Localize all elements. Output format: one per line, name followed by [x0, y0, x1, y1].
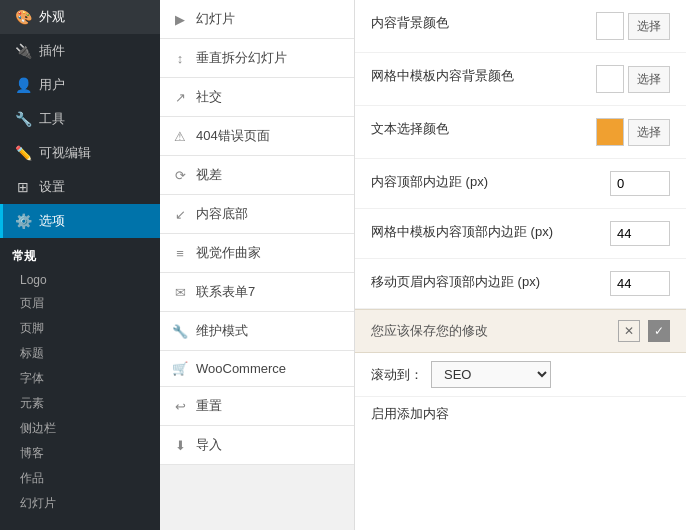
submenu-item-slideshow[interactable]: 幻灯片 [0, 491, 160, 516]
middle-item-maintenance[interactable]: 🔧 维护模式 [160, 312, 354, 351]
contact-form-icon: ✉ [172, 285, 188, 300]
middle-item-content-bottom[interactable]: ↙ 内容底部 [160, 195, 354, 234]
submenu-item-works[interactable]: 作品 [0, 466, 160, 491]
bottom-label: 启用添加内容 [371, 405, 449, 423]
field-content-top-padding: 内容顶部内边距 (px) 0 [355, 159, 686, 209]
field-label-content-bg: 内容背景颜色 [371, 12, 584, 32]
middle-item-import[interactable]: ⬇ 导入 [160, 426, 354, 465]
slide-icon: ▶ [172, 12, 188, 27]
save-notice-text: 您应该保存您的修改 [371, 322, 488, 340]
import-icon: ⬇ [172, 438, 188, 453]
reset-icon: ↩ [172, 399, 188, 414]
sidebar-item-plugins[interactable]: 🔌 插件 [0, 34, 160, 68]
sidebar: 🎨 外观 🔌 插件 👤 用户 🔧 工具 ✏️ 可视编辑 ⊞ 设置 ⚙️ 选项 常… [0, 0, 160, 530]
field-mobile-top-padding: 移动页眉内容顶部内边距 (px) 44 [355, 259, 686, 309]
visual-distort-icon: ≡ [172, 246, 188, 261]
plugins-icon: 🔌 [15, 43, 31, 59]
sidebar-item-settings[interactable]: ⊞ 设置 [0, 170, 160, 204]
submenu-item-element[interactable]: 元素 [0, 391, 160, 416]
parallax-icon: ⟳ [172, 168, 188, 183]
scroll-to-row: 滚动到： SEO [355, 353, 686, 397]
field-label-content-top-padding: 内容顶部内边距 (px) [371, 171, 598, 191]
settings-icon: ⊞ [15, 179, 31, 195]
field-grid-template-bg: 网格中模板内容背景颜色 选择 [355, 53, 686, 106]
submenu-item-title[interactable]: 标题 [0, 341, 160, 366]
field-control-text-select: 选择 [596, 118, 670, 146]
error-icon: ⚠ [172, 129, 188, 144]
social-icon: ↗ [172, 90, 188, 105]
input-content-top-padding[interactable]: 0 [610, 171, 670, 196]
save-notice-buttons: ✕ ✓ [618, 320, 670, 342]
tools-icon: 🔧 [15, 111, 31, 127]
options-submenu: 常规 Logo 页眉 页脚 标题 字体 元素 侧边栏 博客 作品 幻灯片 [0, 238, 160, 522]
field-control-grid-template-top-padding: 44 [610, 221, 670, 246]
btn-select-grid-template-bg[interactable]: 选择 [628, 66, 670, 93]
field-label-grid-template-bg: 网格中模板内容背景颜色 [371, 65, 584, 85]
submenu-title: 常规 [0, 244, 160, 269]
middle-item-404[interactable]: ⚠ 404错误页面 [160, 117, 354, 156]
save-confirm-button[interactable]: ✓ [648, 320, 670, 342]
middle-item-parallax[interactable]: ⟳ 视差 [160, 156, 354, 195]
submenu-item-sidebar[interactable]: 侧边栏 [0, 416, 160, 441]
color-swatch-text-select[interactable] [596, 118, 624, 146]
field-label-mobile-top-padding: 移动页眉内容顶部内边距 (px) [371, 271, 598, 291]
middle-item-social[interactable]: ↗ 社交 [160, 78, 354, 117]
woocommerce-icon: 🛒 [172, 361, 188, 376]
middle-item-woocommerce[interactable]: 🛒 WooCommerce [160, 351, 354, 387]
bottom-row: 启用添加内容 [355, 397, 686, 431]
field-control-mobile-top-padding: 44 [610, 271, 670, 296]
middle-item-vertical-split[interactable]: ↕ 垂直拆分幻灯片 [160, 39, 354, 78]
field-control-content-top-padding: 0 [610, 171, 670, 196]
field-label-grid-template-top-padding: 网格中模板内容顶部内边距 (px) [371, 221, 598, 241]
btn-select-content-bg[interactable]: 选择 [628, 13, 670, 40]
field-label-text-select: 文本选择颜色 [371, 118, 584, 138]
middle-item-slide[interactable]: ▶ 幻灯片 [160, 0, 354, 39]
field-content-bg-color: 内容背景颜色 选择 [355, 0, 686, 53]
submenu-item-header[interactable]: 页眉 [0, 291, 160, 316]
middle-item-contact-form[interactable]: ✉ 联系表单7 [160, 273, 354, 312]
sidebar-item-waigu[interactable]: 🎨 外观 [0, 0, 160, 34]
input-mobile-top-padding[interactable]: 44 [610, 271, 670, 296]
save-dismiss-button[interactable]: ✕ [618, 320, 640, 342]
content-section: 内容背景颜色 选择 网格中模板内容背景颜色 选择 文本选择颜色 选择 内容顶部内… [355, 0, 686, 431]
options-icon: ⚙️ [15, 213, 31, 229]
submenu-item-blog[interactable]: 博客 [0, 441, 160, 466]
sidebar-item-options[interactable]: ⚙️ 选项 [0, 204, 160, 238]
middle-item-visual-distort[interactable]: ≡ 视觉作曲家 [160, 234, 354, 273]
maintenance-icon: 🔧 [172, 324, 188, 339]
submenu-item-font[interactable]: 字体 [0, 366, 160, 391]
content-bottom-icon: ↙ [172, 207, 188, 222]
middle-panel: ▶ 幻灯片 ↕ 垂直拆分幻灯片 ↗ 社交 ⚠ 404错误页面 ⟳ 视差 ↙ 内容… [160, 0, 355, 530]
field-control-content-bg: 选择 [596, 12, 670, 40]
right-panel: 内容背景颜色 选择 网格中模板内容背景颜色 选择 文本选择颜色 选择 内容顶部内… [355, 0, 686, 530]
field-control-grid-template-bg: 选择 [596, 65, 670, 93]
input-grid-template-top-padding[interactable]: 44 [610, 221, 670, 246]
vertical-split-icon: ↕ [172, 51, 188, 66]
editable-icon: ✏️ [15, 145, 31, 161]
appearance-icon: 🎨 [15, 9, 31, 25]
scroll-to-label: 滚动到： [371, 366, 423, 384]
sidebar-item-tools[interactable]: 🔧 工具 [0, 102, 160, 136]
save-notice-bar: 您应该保存您的修改 ✕ ✓ [355, 309, 686, 353]
submenu-item-logo[interactable]: Logo [0, 269, 160, 291]
scroll-to-select[interactable]: SEO [431, 361, 551, 388]
btn-select-text-select[interactable]: 选择 [628, 119, 670, 146]
color-swatch-grid-template-bg[interactable] [596, 65, 624, 93]
users-icon: 👤 [15, 77, 31, 93]
submenu-item-footer[interactable]: 页脚 [0, 316, 160, 341]
middle-item-reset[interactable]: ↩ 重置 [160, 387, 354, 426]
sidebar-item-editable[interactable]: ✏️ 可视编辑 [0, 136, 160, 170]
field-grid-template-top-padding: 网格中模板内容顶部内边距 (px) 44 [355, 209, 686, 259]
color-swatch-content-bg[interactable] [596, 12, 624, 40]
sidebar-item-users[interactable]: 👤 用户 [0, 68, 160, 102]
field-text-select-color: 文本选择颜色 选择 [355, 106, 686, 159]
